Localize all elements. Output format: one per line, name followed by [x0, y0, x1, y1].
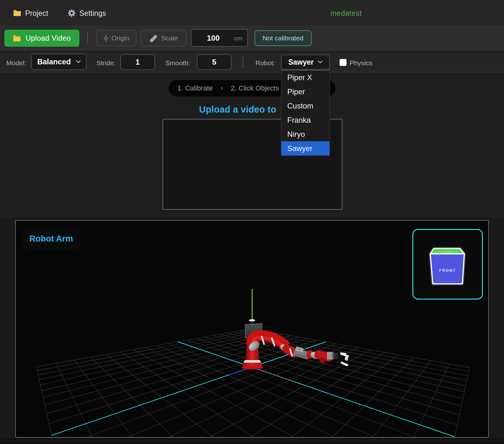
- svg-text:FRONT: FRONT: [439, 268, 456, 273]
